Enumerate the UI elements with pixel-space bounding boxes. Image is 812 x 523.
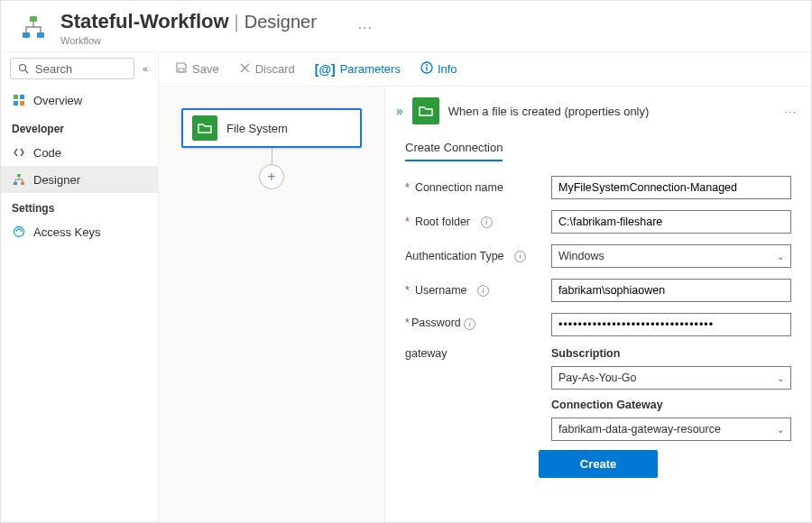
svg-rect-10: [14, 182, 17, 185]
designer-icon: [12, 172, 26, 187]
sidebar-heading-developer: Developer: [1, 114, 158, 139]
toolbar-label: Info: [438, 62, 457, 76]
title-separator: |: [235, 12, 239, 32]
tab-create-connection[interactable]: Create Connection: [405, 135, 503, 161]
svg-rect-7: [14, 101, 18, 106]
select-value: fabrikam-data-gateway-resource: [558, 423, 721, 436]
label-gateway: gateway: [405, 347, 540, 360]
overview-icon: [12, 93, 26, 107]
sidebar-item-designer[interactable]: Designer: [1, 166, 158, 193]
connector-line: [272, 148, 272, 164]
designer-canvas[interactable]: File System +: [159, 87, 384, 522]
sidebar-item-code[interactable]: Code: [1, 139, 158, 166]
add-step-button[interactable]: +: [259, 164, 284, 189]
svg-rect-5: [14, 95, 18, 99]
subscription-select[interactable]: Pay-As-You-Go ⌄: [551, 366, 791, 390]
sidebar-item-label: Code: [33, 146, 61, 160]
sidebar-item-label: Overview: [33, 94, 82, 107]
discard-button[interactable]: Discard: [235, 59, 299, 80]
svg-point-15: [426, 64, 428, 66]
details-panel: » When a file is created (properties onl…: [384, 87, 811, 522]
page-header: Stateful-Workflow | Designer Workflow ··…: [1, 1, 811, 52]
svg-rect-8: [20, 101, 24, 106]
select-value: Pay-As-You-Go: [558, 372, 636, 384]
sidebar: Search « Overview Developer Code: [1, 52, 159, 522]
page-section: Designer: [245, 12, 317, 32]
header-more-button[interactable]: ···: [351, 16, 380, 40]
info-icon[interactable]: i: [481, 216, 493, 228]
label-subscription: Subscription: [551, 347, 791, 360]
sidebar-collapse-button[interactable]: «: [140, 60, 151, 77]
toolbar-label: Parameters: [340, 62, 401, 76]
chevron-down-icon: ⌄: [777, 425, 784, 435]
svg-rect-16: [426, 67, 427, 71]
info-icon: [420, 61, 433, 77]
search-placeholder: Search: [35, 62, 72, 76]
parameters-icon: [@]: [315, 62, 336, 77]
toolbar-label: Discard: [255, 62, 295, 76]
connection-form: *Connection name *Root folder i Authenti…: [385, 161, 811, 445]
root-folder-input[interactable]: [551, 210, 791, 234]
search-icon: [16, 61, 31, 76]
discard-icon: [239, 62, 251, 77]
label-password-gateway: *Password i: [405, 313, 540, 330]
svg-rect-0: [30, 16, 37, 22]
password-input[interactable]: [551, 313, 791, 336]
svg-rect-1: [23, 32, 30, 38]
connection-gateway-select[interactable]: fabrikam-data-gateway-resource ⌄: [551, 417, 791, 441]
save-button[interactable]: Save: [171, 58, 223, 80]
label-connection-name: *Connection name: [405, 181, 540, 194]
auth-type-select[interactable]: Windows ⌄: [551, 244, 791, 268]
search-input[interactable]: Search: [10, 58, 134, 79]
create-button[interactable]: Create: [539, 450, 658, 478]
username-input[interactable]: [551, 279, 791, 302]
access-keys-icon: [12, 225, 26, 239]
sidebar-item-access-keys[interactable]: Access Keys: [1, 218, 158, 245]
panel-collapse-button[interactable]: »: [396, 104, 403, 118]
panel-more-button[interactable]: ···: [784, 105, 797, 118]
info-icon[interactable]: i: [514, 251, 526, 262]
info-icon[interactable]: i: [464, 318, 475, 330]
label-connection-gateway: Connection Gateway: [551, 399, 791, 411]
save-icon: [175, 61, 188, 77]
label-auth-type: Authentication Type i: [405, 250, 540, 262]
code-icon: [12, 145, 26, 160]
workflow-icon: [17, 12, 50, 44]
info-button[interactable]: Info: [417, 58, 461, 80]
svg-rect-2: [37, 32, 44, 38]
file-system-icon: [192, 115, 217, 141]
toolbar-label: Save: [192, 62, 219, 76]
sidebar-heading-settings: Settings: [1, 193, 158, 218]
svg-line-4: [25, 70, 28, 73]
node-label: File System: [226, 122, 288, 135]
page-subtitle: Workflow: [60, 35, 317, 46]
info-icon[interactable]: i: [477, 285, 489, 297]
page-title: Stateful-Workflow: [60, 10, 229, 33]
file-system-icon: [412, 97, 439, 124]
sidebar-item-label: Designer: [33, 173, 80, 187]
svg-rect-11: [21, 182, 24, 185]
svg-rect-6: [20, 95, 24, 99]
sidebar-item-label: Access Keys: [33, 225, 100, 239]
svg-point-12: [14, 227, 24, 237]
select-value: Windows: [558, 250, 604, 262]
svg-point-3: [20, 65, 26, 71]
label-root-folder: *Root folder i: [405, 216, 540, 228]
chevron-down-icon: ⌄: [777, 252, 784, 262]
workflow-node-file-system[interactable]: File System: [181, 108, 362, 148]
toolbar: Save Discard [@] Parameters Info: [159, 52, 811, 87]
chevron-down-icon: ⌄: [777, 373, 784, 383]
panel-title: When a file is created (properties only): [448, 105, 650, 118]
label-username: *Username i: [405, 284, 540, 297]
parameters-button[interactable]: [@] Parameters: [311, 59, 404, 80]
connection-name-input[interactable]: [551, 176, 791, 199]
svg-rect-9: [17, 174, 21, 177]
sidebar-item-overview[interactable]: Overview: [1, 87, 158, 114]
